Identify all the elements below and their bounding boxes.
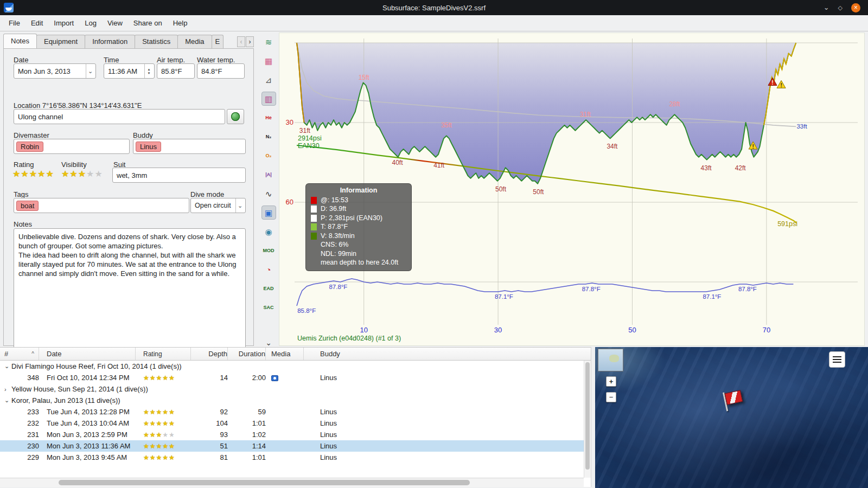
gas-change-icon[interactable]: ◉ <box>261 224 276 239</box>
menu-log[interactable]: Log <box>79 17 102 29</box>
tags-input[interactable]: boat <box>14 198 189 213</box>
svg-text:87.8°F: 87.8°F <box>738 286 757 292</box>
air-density-icon[interactable]: |A| <box>261 168 276 182</box>
time-label: Time <box>104 56 119 64</box>
oxygen-partial-pressure-icon[interactable]: O₂ <box>261 149 276 163</box>
tab-information[interactable]: Information <box>85 35 135 48</box>
star-icon: ★ <box>162 431 169 439</box>
scrollbar-thumb[interactable] <box>59 480 470 485</box>
tab-scroll-right-button[interactable]: › <box>246 36 254 47</box>
collapse-icon[interactable]: ⌄ <box>4 397 11 404</box>
zoom-profile-icon[interactable]: ▥ <box>261 92 276 106</box>
dive-site-marker[interactable] <box>721 388 748 415</box>
menu-edit[interactable]: Edit <box>25 17 48 29</box>
column-header-rating[interactable]: Rating <box>136 348 191 360</box>
location-input[interactable]: Ulong channel <box>14 109 225 124</box>
scrollbar-thumb[interactable] <box>585 362 590 470</box>
air-temp-input[interactable]: 85.8°F <box>157 63 195 79</box>
dive-profile-chart[interactable]: 33ft85.8°F87.8°F87.1°F87.8°F87.1°F87.8°F… <box>279 33 865 346</box>
collapse-icon[interactable]: ⌄ <box>4 363 11 370</box>
trip-row[interactable]: ⌄Koror, Palau, Jun 2013 (11 dive(s)) <box>0 395 584 406</box>
map-overview-thumbnail[interactable] <box>598 349 623 371</box>
star-icon: ★ <box>143 374 150 382</box>
dive-computer-icon[interactable]: ≋ <box>261 35 276 49</box>
map-panel[interactable]: + − <box>595 347 868 488</box>
toolbar-scroll-down-button[interactable]: ⌄ <box>265 338 272 347</box>
menu-share-on[interactable]: Share on <box>128 17 168 29</box>
dive-row-232[interactable]: 232Tue Jun 4, 2013 10:04 AM★★★★★1041:01L… <box>0 418 584 429</box>
map-zoom-out-button[interactable]: − <box>606 392 616 402</box>
dive-depth: 81 <box>191 453 228 461</box>
ruler-icon[interactable]: ⊿ <box>261 73 276 87</box>
tab-equipment[interactable]: Equipment <box>36 35 85 48</box>
dive-mode-value: Open circuit <box>195 202 235 209</box>
map-zoom-in-button[interactable]: + <box>606 376 616 387</box>
trip-row[interactable]: ›Yellow House, Sun Sep 21, 2014 (1 dive(… <box>0 383 584 395</box>
buddy-chip[interactable]: Linus <box>136 142 161 152</box>
column-header-depth[interactable]: Depth <box>191 348 228 360</box>
column-header-buddy[interactable]: Buddy <box>304 348 591 360</box>
expand-icon[interactable]: › <box>4 386 11 393</box>
tab-e[interactable]: E <box>212 35 224 48</box>
close-button[interactable]: × <box>851 3 860 12</box>
dive-list-horizontal-scrollbar[interactable] <box>0 478 584 487</box>
star-icon: ★ <box>156 454 163 461</box>
helium-partial-pressure-icon[interactable]: He <box>261 111 276 125</box>
tab-notes[interactable]: Notes <box>3 34 37 48</box>
visibility-stars[interactable]: ★★★★★ <box>61 169 103 179</box>
rating-stars[interactable]: ★★★★★ <box>12 169 54 179</box>
star-icon: ★ <box>143 408 150 416</box>
menu-help[interactable]: Help <box>168 17 193 29</box>
picture-heatmap-icon[interactable]: ▦ <box>261 54 276 68</box>
svg-text:EAN30: EAN30 <box>298 142 320 150</box>
sac-icon[interactable]: SAC <box>261 300 276 314</box>
tag-chip[interactable]: boat <box>16 201 39 211</box>
dive-date: Tue Jun 4, 2013 12:28 PM <box>39 408 136 416</box>
star-icon: ★ <box>86 169 94 178</box>
menu-view[interactable]: View <box>102 17 128 29</box>
water-temp-input[interactable]: 84.8°F <box>197 63 245 79</box>
dive-rating: ★★★★★ <box>136 454 191 461</box>
menu-file[interactable]: File <box>3 17 25 29</box>
dive-number: 229 <box>0 453 39 461</box>
map-menu-button[interactable] <box>829 351 845 368</box>
map-location-button[interactable] <box>227 109 244 124</box>
buddy-input[interactable]: Linus <box>133 139 246 154</box>
column-header-media[interactable]: Media <box>266 348 304 360</box>
trip-row[interactable]: ⌄Divi Flamingo House Reef, Fri Oct 10, 2… <box>0 361 584 372</box>
dive-list-vertical-scrollbar[interactable] <box>584 361 591 478</box>
minimize-button[interactable]: ⌄ <box>824 3 829 12</box>
ead-icon[interactable]: EAD <box>261 281 276 296</box>
column-header-[interactable]: #^ <box>0 348 39 360</box>
suit-input[interactable]: wet, 3mm <box>112 168 246 183</box>
mod-icon[interactable]: MOD <box>261 243 276 258</box>
dive-row-348[interactable]: 348Fri Oct 10, 2014 12:34 PM★★★★★142:00L… <box>0 372 584 383</box>
ndl-icon[interactable]: ◔ <box>261 262 276 277</box>
tab-scroll-left-button[interactable]: ‹ <box>237 36 245 47</box>
dive-row-233[interactable]: 233Tue Jun 4, 2013 12:28 PM★★★★★9259Linu… <box>0 406 584 418</box>
star-icon: ★ <box>162 374 169 382</box>
column-header-duration[interactable]: Duration <box>228 348 266 360</box>
divemaster-input[interactable]: Robin <box>14 139 130 154</box>
dive-duration: 1:01 <box>228 453 266 461</box>
dive-mode-select[interactable]: Open circuit ⌄ <box>190 198 246 213</box>
show-photos-icon[interactable]: ▣ <box>261 206 276 220</box>
dive-row-231[interactable]: 231Mon Jun 3, 2013 2:59 PM★★★★★931:02Lin… <box>0 429 584 440</box>
dive-row-229[interactable]: 229Mon Jun 3, 2013 9:45 AM★★★★★811:01Lin… <box>0 452 584 463</box>
time-spinner-icon[interactable]: ▴▾ <box>144 64 153 78</box>
dive-row-230[interactable]: 230Mon Jun 3, 2013 11:36 AM★★★★★511:14Li… <box>0 440 584 452</box>
tab-statistics[interactable]: Statistics <box>135 35 178 48</box>
date-select[interactable]: Mon Jun 3, 2013 ⌄ <box>14 63 96 79</box>
heart-rate-icon[interactable]: ∿ <box>261 187 276 201</box>
buddy-label: Buddy <box>133 131 153 139</box>
media-icon[interactable] <box>271 375 278 381</box>
star-icon: ★ <box>169 374 175 382</box>
column-header-date[interactable]: Date <box>39 348 136 360</box>
tab-media[interactable]: Media <box>177 35 212 48</box>
divemaster-chip[interactable]: Robin <box>16 142 43 152</box>
menu-import[interactable]: Import <box>48 17 79 29</box>
nitrogen-partial-pressure-icon[interactable]: N₂ <box>261 130 276 144</box>
maximize-button[interactable]: ◇ <box>838 3 843 12</box>
notes-textarea[interactable]: Unbelievable dive. Dozens and dozens of … <box>14 228 246 354</box>
time-input[interactable]: 11:36 AM ▴▾ <box>104 63 155 79</box>
